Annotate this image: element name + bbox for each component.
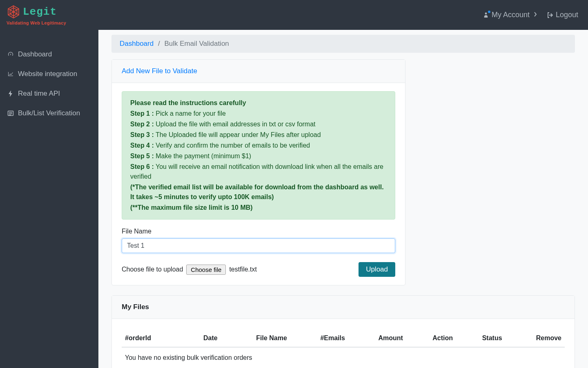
bolt-icon: [7, 90, 14, 97]
step5-label: Step 5 :: [130, 153, 154, 159]
empty-message: You have no existing bulk verification o…: [122, 347, 565, 368]
logout-icon: [547, 12, 553, 18]
svg-point-5: [485, 12, 487, 14]
brand[interactable]: Legit Validating Web Legitimacy: [7, 5, 66, 25]
col-status: Status: [456, 330, 506, 347]
instructions-alert: Please read the instructions carefully S…: [122, 91, 395, 220]
step1-text: Pick a name for your file: [156, 110, 226, 117]
instructions-heading: Please read the instructions carefully: [130, 99, 246, 106]
step5-text: Make the payment (minimum $1): [156, 153, 251, 159]
my-files-header: My Files: [112, 296, 575, 319]
add-file-title: Add New File to Validate: [122, 67, 197, 75]
user-icon: [483, 12, 489, 18]
choose-file-label: Choose file to upload: [122, 266, 183, 273]
col-amount: Amount: [348, 330, 406, 347]
sidebar-item-label: Dashboard: [18, 50, 52, 58]
chart-icon: [7, 71, 14, 77]
add-file-card-header[interactable]: Add New File to Validate: [112, 60, 405, 83]
step2-text: Upload the file with email addresses in …: [156, 121, 315, 128]
my-files-card: My Files #orderId Date File Name #Emails…: [111, 295, 575, 368]
file-name-input[interactable]: [122, 238, 395, 253]
notification-dot-icon: [488, 11, 490, 13]
choose-file-button[interactable]: Choose file: [186, 265, 226, 275]
sidebar-item-realtime-api[interactable]: Real time API: [0, 84, 98, 103]
logout-label: Logout: [556, 11, 578, 19]
sidebar-item-label: Real time API: [18, 90, 60, 98]
col-date: Date: [183, 330, 221, 347]
table-empty-row: You have no existing bulk verification o…: [122, 347, 565, 368]
col-emails: #Emails: [290, 330, 348, 347]
instructions-note1: (*The verified email list will be availa…: [130, 184, 384, 200]
main-content: Dashboard / Bulk Email Validation Add Ne…: [98, 30, 588, 368]
list-icon: [7, 110, 14, 117]
step4-label: Step 4 :: [130, 142, 154, 149]
col-remove: Remove: [506, 330, 565, 347]
step1-label: Step 1 :: [130, 110, 154, 117]
sidebar: Dashboard Website integration Real time …: [0, 30, 98, 368]
chevron-right-icon: [534, 12, 537, 18]
logo-icon: [7, 5, 20, 19]
sidebar-item-dashboard[interactable]: Dashboard: [0, 45, 98, 64]
step3-label: Step 3 :: [130, 131, 154, 138]
step3-text: The Uploaded file will appear under My F…: [156, 131, 321, 138]
file-name-label: File Name: [122, 228, 395, 235]
chosen-filename: testfile.txt: [229, 266, 257, 273]
logout-link[interactable]: Logout: [547, 11, 578, 19]
my-files-table: #orderId Date File Name #Emails Amount A…: [122, 330, 565, 368]
sidebar-item-label: Website integration: [18, 70, 77, 78]
instructions-note2: (**The maximum file size limit is 10 MB): [130, 204, 253, 211]
sidebar-item-bulk-verification[interactable]: Bulk/List Verification: [0, 103, 98, 123]
sidebar-item-label: Bulk/List Verification: [18, 109, 80, 117]
upload-button[interactable]: Upload: [359, 262, 395, 277]
breadcrumb: Dashboard / Bulk Email Validation: [111, 35, 575, 53]
gauge-icon: [7, 51, 14, 58]
breadcrumb-current: Bulk Email Validation: [164, 40, 229, 47]
add-file-card: Add New File to Validate Please read the…: [111, 59, 405, 285]
brand-tagline: Validating Web Legitimacy: [7, 20, 66, 25]
col-action: Action: [406, 330, 456, 347]
my-account-menu[interactable]: My Account: [483, 11, 537, 19]
step4-text: Verify and confirm the number of emails …: [156, 142, 310, 149]
sidebar-item-website-integration[interactable]: Website integration: [0, 64, 98, 84]
my-account-label: My Account: [492, 11, 530, 19]
top-navbar: Legit Validating Web Legitimacy My Accou…: [0, 0, 588, 30]
step2-label: Step 2 :: [130, 121, 154, 128]
col-filename: File Name: [221, 330, 290, 347]
col-orderid: #orderId: [122, 330, 183, 347]
step6-label: Step 6 :: [130, 163, 154, 170]
step6-text: You will receive an email notification w…: [130, 163, 383, 180]
my-files-title: My Files: [122, 303, 149, 311]
breadcrumb-root-link[interactable]: Dashboard: [120, 40, 154, 47]
brand-title: Legit: [23, 6, 57, 18]
breadcrumb-separator: /: [156, 40, 163, 47]
